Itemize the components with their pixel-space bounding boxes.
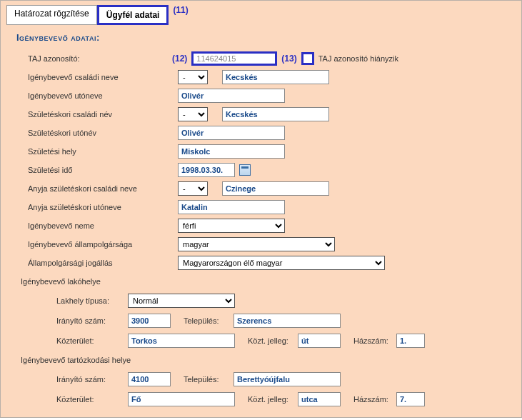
label-sz-ido: Születési idő xyxy=(28,166,178,174)
taj-input[interactable] xyxy=(191,51,277,66)
label-lak-hazszam: Házszám: xyxy=(353,336,396,345)
lak-telepules-input[interactable] xyxy=(234,314,341,328)
prefix1-select[interactable]: - xyxy=(178,70,208,84)
label-tart-telepules: Település: xyxy=(184,375,234,384)
label-csaladi: Igénybevevő családi neve xyxy=(28,73,178,81)
lak-irsz-input[interactable] xyxy=(128,314,171,328)
label-tart-jelleg: Közt. jelleg: xyxy=(248,395,298,404)
label-jogallas: Állampolgársági jogállás xyxy=(28,259,178,267)
label-tart-hdr: Igénybevevő tartózkodási helye xyxy=(21,356,131,364)
calendar-icon[interactable] xyxy=(239,164,251,176)
label-lak-telepules: Település: xyxy=(184,316,234,325)
allampolg-select[interactable]: magyar xyxy=(178,237,335,251)
label-lak-irsz: Irányító szám: xyxy=(56,316,128,325)
lakhely-tipus-select[interactable]: Normál xyxy=(128,294,235,308)
label-taj: TAJ azonosító: xyxy=(28,54,178,63)
label-tart-hazszam: Házszám: xyxy=(353,395,396,404)
label-allampolg: Igénybevevő állampolgársága xyxy=(28,240,178,249)
tart-hazszam-input[interactable] xyxy=(396,392,425,406)
section-title: Igénybevevő adatai: xyxy=(16,32,516,43)
jogallas-select[interactable]: Magyarországon élő magyar xyxy=(178,256,385,270)
lak-jelleg-input[interactable] xyxy=(298,334,341,348)
csaladi-input[interactable] xyxy=(222,70,329,84)
sz-utonev-input[interactable] xyxy=(178,126,285,140)
prefix3-select[interactable]: - xyxy=(178,181,208,196)
label-sz-csaladi: Születéskori családi név xyxy=(28,110,178,119)
label-sz-hely: Születési hely xyxy=(28,147,178,156)
tab-hatarozat[interactable]: Határozat rögzítése xyxy=(6,5,97,25)
sz-hely-input[interactable] xyxy=(178,144,285,159)
label-lakohely-hdr: Igénybevevő lakóhelye xyxy=(21,277,101,286)
sz-ido-input[interactable] xyxy=(178,163,235,177)
label-utonev: Igénybevevő utóneve xyxy=(28,91,178,100)
tart-telepules-input[interactable] xyxy=(234,372,341,386)
taj-missing-checkbox[interactable] xyxy=(301,52,314,65)
tab-ugyfel-adatai[interactable]: Ügyfél adatai xyxy=(97,5,169,25)
annotation-11: (11) xyxy=(173,5,188,25)
label-anyja-uto: Anyja születéskori utóneve xyxy=(28,203,178,211)
annotation-13: (13) xyxy=(281,54,296,64)
sz-csaladi-input[interactable] xyxy=(222,107,329,121)
annotation-12: (12) xyxy=(172,54,187,64)
anyja-csaladi-input[interactable] xyxy=(222,181,329,196)
label-taj-missing: TAJ azonosító hiányzik xyxy=(318,54,398,63)
label-tart-irsz: Irányító szám: xyxy=(56,375,128,384)
label-lak-jelleg: Közt. jelleg: xyxy=(248,336,298,345)
label-tart-kozterulet: Közterület: xyxy=(56,395,128,404)
anyja-uto-input[interactable] xyxy=(178,200,285,214)
label-lak-kozterulet: Közterület: xyxy=(56,336,128,345)
neme-select[interactable]: férfi xyxy=(178,219,285,233)
prefix2-select[interactable]: - xyxy=(178,107,208,121)
utonev-input[interactable] xyxy=(178,89,285,103)
tart-kozterulet-input[interactable] xyxy=(128,392,235,406)
label-neme: Igénybevevő neme xyxy=(28,221,178,230)
tart-jelleg-input[interactable] xyxy=(298,392,341,406)
label-lakhely-tipus: Lakhely típusa: xyxy=(56,296,128,305)
tart-irsz-input[interactable] xyxy=(128,372,171,386)
label-sz-utonev: Születéskori utónév xyxy=(28,129,178,137)
lak-kozterulet-input[interactable] xyxy=(128,334,235,348)
lak-hazszam-input[interactable] xyxy=(396,334,425,348)
label-anyja-csaladi: Anyja születéskori családi neve xyxy=(28,184,178,193)
